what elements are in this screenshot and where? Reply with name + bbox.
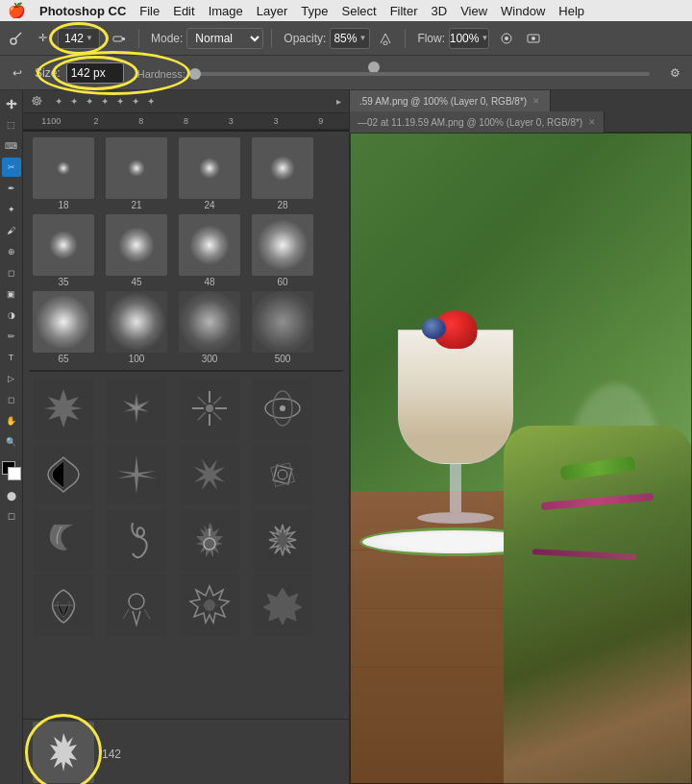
tablet-icon[interactable] [522, 27, 545, 50]
tool-lasso[interactable]: ⌨ [2, 136, 21, 156]
brush-label-24: 24 [204, 200, 214, 210]
opacity-arrow: ▼ [358, 34, 366, 42]
menu-type[interactable]: Type [301, 4, 328, 18]
menu-view[interactable]: View [460, 4, 487, 18]
size-input[interactable]: 142 px [66, 62, 124, 84]
menu-image[interactable]: Image [209, 4, 243, 18]
menu-help[interactable]: Help [558, 4, 584, 18]
brush-settings-icon[interactable]: ▸ [336, 96, 341, 107]
menu-select[interactable]: Select [341, 4, 376, 18]
tool-eraser[interactable]: ◻ [2, 263, 21, 282]
brush-label-60: 60 [277, 277, 287, 287]
foreground-color[interactable] [2, 461, 21, 480]
airbrush-icon[interactable] [108, 27, 131, 50]
photo-tab-secondary[interactable]: —02 at 11.19.59 AM.png @ 100% (Layer 0, … [350, 111, 605, 133]
photo-canvas [350, 133, 692, 784]
brush-item-18[interactable]: 18 [29, 135, 98, 212]
special-brush-14[interactable] [102, 573, 171, 638]
tool-dodge[interactable]: ◑ [2, 306, 21, 325]
tool-hand[interactable]: ✋ [2, 411, 21, 430]
special-brush-13[interactable] [29, 573, 98, 638]
brush-item-300[interactable]: 300 [175, 289, 244, 366]
brush-item-35[interactable]: 35 [29, 212, 98, 289]
tool-select[interactable]: ⬚ [2, 115, 21, 135]
undo-icon[interactable]: ↩ [6, 61, 29, 85]
brush-icon-2[interactable]: ✦ [70, 96, 78, 107]
tool-move[interactable] [2, 94, 21, 113]
menu-file[interactable]: File [139, 4, 160, 18]
brush-item-48[interactable]: 48 [175, 212, 244, 289]
special-brush-11[interactable] [175, 507, 244, 573]
tool-brush[interactable]: 🖌 [2, 221, 21, 240]
special-brush-10[interactable] [102, 507, 171, 573]
special-brush-2[interactable] [102, 376, 171, 442]
tool-path[interactable]: ▷ [2, 369, 21, 388]
menu-edit[interactable]: Edit [173, 4, 194, 18]
tool-clone[interactable]: ⊕ [2, 242, 21, 261]
brush-menu-icon[interactable]: ☸ [31, 93, 43, 109]
tool-gradient[interactable]: ▣ [2, 284, 21, 304]
brush-icon-1[interactable]: ✦ [55, 96, 62, 107]
tool-shape[interactable]: ◻ [2, 390, 21, 409]
tab-close-icon-2[interactable]: ✕ [588, 117, 596, 127]
current-brush-preview[interactable] [33, 722, 94, 783]
brush-item-500[interactable]: 500 [248, 289, 317, 366]
pressure-icon[interactable] [374, 27, 397, 50]
airbrush-toggle[interactable] [495, 27, 518, 50]
flow-display[interactable]: 100% ▼ [449, 28, 489, 49]
brush-item-65[interactable]: 65 [29, 289, 98, 366]
special-brush-7[interactable] [175, 442, 244, 507]
brush-item-21[interactable]: 21 [102, 135, 171, 212]
apple-menu-icon[interactable]: 🍎 [8, 2, 26, 19]
menu-filter[interactable]: Filter [390, 4, 418, 18]
brush-label-500: 500 [275, 354, 291, 364]
special-brush-4[interactable] [248, 376, 317, 442]
brush-icon-3[interactable]: ✦ [86, 96, 93, 107]
special-brush-5[interactable] [29, 442, 98, 507]
special-brush-1[interactable] [29, 376, 98, 442]
brush-tool-icon[interactable] [6, 28, 27, 49]
special-brush-8[interactable] [248, 442, 317, 507]
opacity-display[interactable]: 85% ▼ [330, 28, 370, 49]
menu-3d[interactable]: 3D [432, 4, 448, 18]
brush-item-28[interactable]: 28 [248, 135, 317, 212]
special-brush-6[interactable] [102, 442, 171, 507]
food-photo [350, 133, 692, 784]
mode-select[interactable]: Normal Multiply Screen [186, 28, 263, 49]
special-brush-3[interactable] [175, 376, 244, 442]
photo-tab-active[interactable]: .59 AM.png @ 100% (Layer 0, RGB/8*) ✕ [350, 90, 551, 111]
tool-zoom[interactable]: 🔍 [2, 432, 21, 452]
special-brush-16[interactable] [248, 573, 317, 638]
tool-heal[interactable]: ✦ [2, 200, 21, 219]
brush-icon-6[interactable]: ✦ [132, 96, 139, 107]
num-2: 2 [74, 116, 119, 126]
brush-settings-gear-icon[interactable]: ⚙ [663, 61, 686, 85]
current-brush-info: 142 [102, 744, 121, 761]
move-tool-icon[interactable]: ✛ [31, 27, 54, 50]
num-3a: 3 [209, 116, 254, 126]
menu-layer[interactable]: Layer [257, 4, 288, 18]
opacity-label: Opacity: [284, 32, 326, 45]
tool-crop[interactable]: ✂ [2, 158, 21, 177]
svg-point-9 [206, 404, 213, 412]
brush-icon-7[interactable]: ✦ [147, 96, 155, 107]
hardness-slider[interactable] [189, 72, 650, 76]
brush-size-display[interactable]: 142 ▼ [58, 28, 100, 49]
menu-window[interactable]: Window [501, 4, 545, 18]
menu-photoshop[interactable]: Photoshop CC [39, 4, 126, 18]
tool-eyedropper[interactable]: ✒ [2, 179, 21, 198]
brush-item-24[interactable]: 24 [175, 135, 244, 212]
quick-mask[interactable]: ⬤ [2, 486, 21, 505]
tool-pen[interactable]: ✏ [2, 327, 21, 346]
screen-mode[interactable]: ☐ [2, 507, 21, 527]
brush-icon-4[interactable]: ✦ [101, 96, 109, 107]
special-brush-9[interactable] [29, 507, 98, 573]
tool-text[interactable]: T [2, 348, 21, 367]
special-brush-12[interactable] [248, 507, 317, 573]
brush-item-60[interactable]: 60 [248, 212, 317, 289]
brush-icon-5[interactable]: ✦ [116, 96, 124, 107]
brush-item-100[interactable]: 100 [102, 289, 171, 366]
tab-close-icon[interactable]: ✕ [532, 96, 540, 106]
brush-item-45[interactable]: 45 [102, 212, 171, 289]
special-brush-15[interactable] [175, 573, 244, 638]
